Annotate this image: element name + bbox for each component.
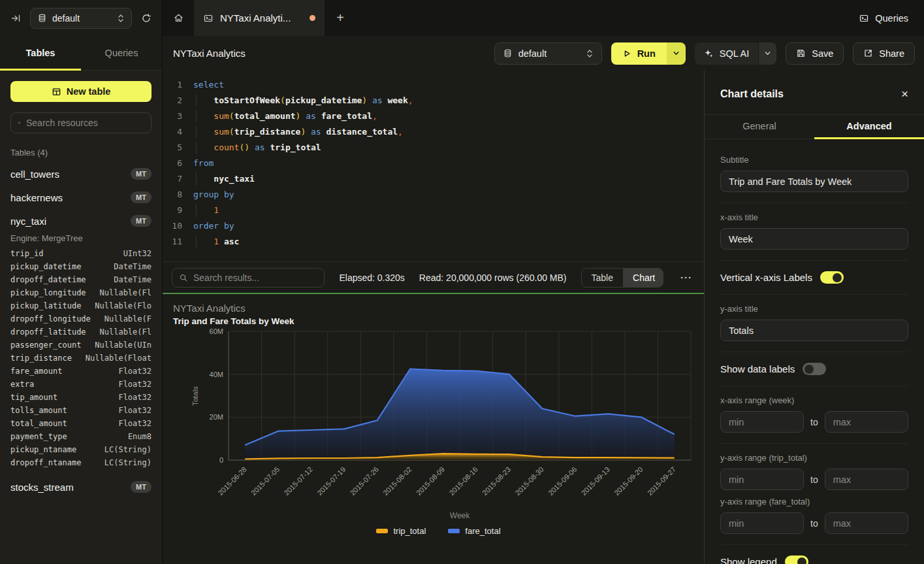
show-data-labels-label: Show data labels bbox=[720, 363, 795, 374]
unsaved-changes-dot bbox=[310, 15, 315, 21]
yaxis-range-trip-min-field[interactable] bbox=[720, 469, 804, 490]
table-row-stocks-stream[interactable]: stocks_stream MT bbox=[10, 480, 151, 494]
queries-button[interactable]: Queries bbox=[843, 0, 924, 36]
xaxis-title-field[interactable] bbox=[720, 228, 908, 250]
tab-bar: NYTaxi Analyti... + Queries bbox=[163, 0, 924, 36]
legend-item-trip_total[interactable]: trip_total bbox=[376, 526, 426, 536]
engine-badge: MT bbox=[131, 215, 151, 227]
xaxis-range-max-field[interactable] bbox=[825, 411, 908, 433]
table-row-nyc-taxi[interactable]: nyc_taxi MT bbox=[10, 214, 151, 228]
toolbar-database-select[interactable]: default bbox=[494, 42, 602, 65]
results-more-button[interactable]: ··· bbox=[678, 272, 695, 283]
yaxis-title-field[interactable] bbox=[720, 320, 908, 341]
editor-line[interactable]: 8group by bbox=[163, 187, 704, 203]
results-search-input[interactable] bbox=[193, 273, 317, 283]
sql-ai-button-group: SQL AI bbox=[695, 42, 776, 65]
column-name: pickup_datetime bbox=[10, 262, 81, 271]
sql-ai-button[interactable]: SQL AI bbox=[695, 42, 758, 65]
show-legend-toggle[interactable] bbox=[785, 556, 808, 564]
yaxis-range-fare-max-field[interactable] bbox=[825, 512, 908, 534]
table-row-cell-towers[interactable]: cell_towers MT bbox=[10, 167, 151, 181]
column-row[interactable]: pickup_datetimeDateTime bbox=[10, 260, 151, 273]
sidebar-tab-tables[interactable]: Tables bbox=[0, 36, 81, 70]
run-button[interactable]: Run bbox=[611, 42, 667, 65]
column-name: dropoff_latitude bbox=[10, 327, 86, 337]
chevron-down-icon bbox=[764, 50, 771, 57]
chart-details-panel: Chart details × General Advanced Subtitl… bbox=[704, 71, 924, 564]
app-window: default Tables Queries New table Tables … bbox=[0, 0, 924, 564]
yaxis-range-fare-label: y-axis range (fare_total) bbox=[720, 497, 908, 506]
table-row-hackernews[interactable]: hackernews MT bbox=[10, 190, 151, 205]
save-button[interactable]: Save bbox=[786, 42, 844, 65]
column-row[interactable]: dropoff_latitudeNullable(Fl bbox=[10, 325, 151, 339]
tab-advanced[interactable]: Advanced bbox=[814, 115, 924, 139]
column-row[interactable]: total_amountFloat32 bbox=[10, 417, 151, 430]
sql-ai-options-button[interactable] bbox=[758, 42, 776, 65]
column-row[interactable]: passenger_countNullable(UIn bbox=[10, 339, 151, 352]
play-icon bbox=[622, 49, 631, 58]
column-row[interactable]: dropoff_datetimeDateTime bbox=[10, 273, 151, 286]
sql-editor[interactable]: 1select2 toStartOfWeek(pickup_datetime) … bbox=[163, 71, 704, 261]
sidebar-search-input[interactable] bbox=[26, 118, 144, 128]
yaxis-range-fare-min-field[interactable] bbox=[720, 512, 804, 534]
line-number: 2 bbox=[163, 93, 182, 108]
close-icon[interactable]: × bbox=[901, 88, 908, 100]
editor-line[interactable]: 10order by bbox=[163, 218, 704, 234]
share-button[interactable]: Share bbox=[853, 42, 915, 65]
column-row[interactable]: trip_distanceNullable(Float bbox=[10, 352, 151, 365]
column-row[interactable]: pickup_latitudeNullable(Flo bbox=[10, 299, 151, 312]
editor-line[interactable]: 1select bbox=[163, 77, 704, 93]
yaxis-range-trip-max-field[interactable] bbox=[825, 469, 908, 490]
line-code: 1 asc bbox=[182, 234, 239, 250]
view-toggle-table[interactable]: Table bbox=[582, 269, 623, 287]
editor-line[interactable]: 11 1 asc bbox=[163, 234, 704, 250]
to-label: to bbox=[810, 474, 818, 485]
editor-line[interactable]: 4 sum(trip_distance) as distance_total, bbox=[163, 124, 704, 140]
view-toggle-chart[interactable]: Chart bbox=[623, 269, 663, 287]
panel-title: Chart details bbox=[720, 88, 784, 100]
run-options-button[interactable] bbox=[667, 42, 686, 65]
query-tab-label: NYTaxi Analyti... bbox=[220, 12, 303, 24]
column-row[interactable]: payment_typeEnum8 bbox=[10, 430, 151, 443]
svg-text:20M: 20M bbox=[210, 413, 223, 421]
line-code: nyc_taxi bbox=[182, 171, 255, 187]
column-row[interactable]: tip_amountFloat32 bbox=[10, 391, 151, 404]
collapse-sidebar-button[interactable] bbox=[8, 10, 24, 26]
editor-line[interactable]: 7 nyc_taxi bbox=[163, 171, 704, 187]
column-row[interactable]: pickup_longitudeNullable(Fl bbox=[10, 286, 151, 299]
subtitle-field[interactable] bbox=[720, 171, 908, 192]
editor-line[interactable]: 9 1 bbox=[163, 203, 704, 218]
column-row[interactable]: tolls_amountFloat32 bbox=[10, 404, 151, 417]
column-row[interactable]: trip_idUInt32 bbox=[10, 247, 151, 260]
column-row[interactable]: pickup_ntanameLC(String) bbox=[10, 443, 151, 456]
column-row[interactable]: extraFloat32 bbox=[10, 378, 151, 391]
editor-line[interactable]: 6from bbox=[163, 156, 704, 171]
tab-general[interactable]: General bbox=[705, 115, 814, 139]
legend-item-fare_total[interactable]: fare_total bbox=[448, 526, 500, 536]
refresh-button[interactable] bbox=[138, 10, 154, 26]
home-button[interactable] bbox=[163, 0, 194, 36]
column-list: trip_idUInt32pickup_datetimeDateTimedrop… bbox=[10, 247, 151, 469]
yaxis-title-label: y-axis title bbox=[720, 304, 908, 314]
xaxis-range-min-field[interactable] bbox=[720, 411, 804, 433]
editor-line[interactable]: 2 toStartOfWeek(pickup_datetime) as week… bbox=[163, 93, 704, 108]
vertical-labels-toggle[interactable] bbox=[820, 271, 844, 284]
sidebar-tab-queries[interactable]: Queries bbox=[81, 36, 162, 70]
new-tab-button[interactable]: + bbox=[325, 0, 356, 36]
show-data-labels-toggle[interactable] bbox=[803, 363, 826, 375]
column-row[interactable]: fare_amountFloat32 bbox=[10, 365, 151, 378]
query-tab[interactable]: NYTaxi Analyti... bbox=[194, 0, 325, 36]
column-row[interactable]: dropoff_longitudeNullable(F bbox=[10, 312, 151, 325]
svg-text:Totals: Totals bbox=[191, 386, 199, 406]
area-chart[interactable]: 020M40M60MTotals2015-06-282015-07-052015… bbox=[173, 326, 702, 522]
column-row[interactable]: dropoff_ntanameLC(String) bbox=[10, 456, 151, 469]
editor-line[interactable]: 5 count() as trip_total bbox=[163, 140, 704, 156]
new-table-button[interactable]: New table bbox=[10, 81, 151, 102]
sidebar: default Tables Queries New table Tables … bbox=[0, 0, 163, 564]
column-type: Float32 bbox=[118, 393, 151, 402]
query-workspace: 1select2 toStartOfWeek(pickup_datetime) … bbox=[163, 71, 704, 564]
show-legend-row: Show legend bbox=[720, 545, 908, 564]
line-code: count() as trip_total bbox=[182, 140, 321, 156]
editor-line[interactable]: 3 sum(total_amount) as fare_total, bbox=[163, 108, 704, 124]
sidebar-database-select[interactable]: default bbox=[30, 8, 132, 29]
